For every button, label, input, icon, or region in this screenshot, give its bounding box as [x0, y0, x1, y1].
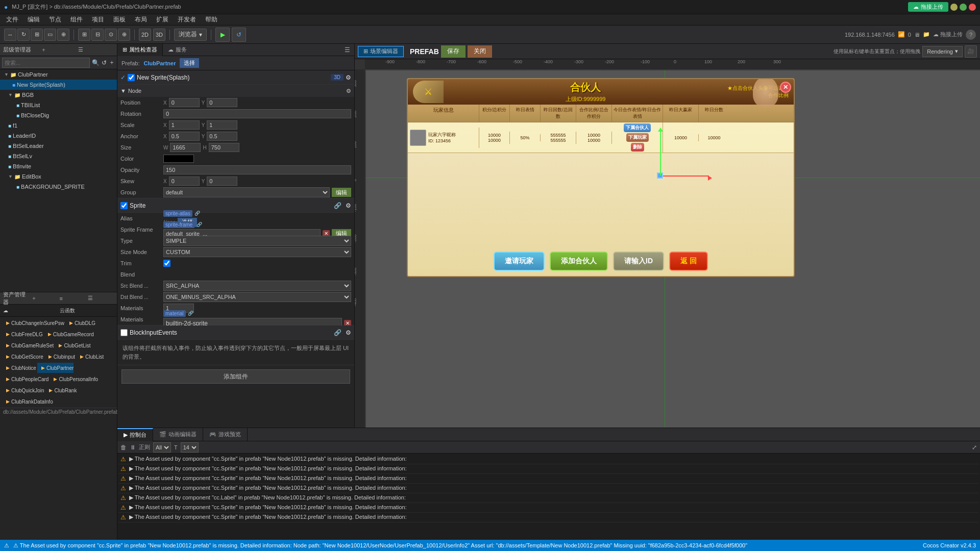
- menu-project[interactable]: 项目: [88, 14, 108, 25]
- properties-tab[interactable]: ⊞ 属性检查器: [117, 44, 163, 56]
- rotation-input[interactable]: [163, 109, 351, 118]
- tree-node-background-sprite[interactable]: ■ BACKGROUND_SPRITE: [0, 182, 117, 192]
- src-blend-select[interactable]: SRC_ALPHA: [163, 281, 351, 291]
- block-input-enable-checkbox[interactable]: [120, 329, 128, 336]
- tree-node-editbox[interactable]: ▼ 📁 EditBox: [0, 171, 117, 182]
- sub-player-button[interactable]: 下属玩家: [626, 133, 649, 142]
- zoom-btn[interactable]: ⊙: [105, 29, 117, 41]
- hierarchy-search-input[interactable]: [2, 58, 90, 68]
- asset-item-clubinput[interactable]: ▶Clubinput: [44, 352, 75, 362]
- scene-save-button[interactable]: 保存: [441, 45, 465, 58]
- menu-help[interactable]: 帮助: [201, 14, 222, 25]
- sprite-link-icon[interactable]: 🔗: [334, 202, 341, 209]
- console-row-7[interactable]: ⚠ ▶ The Asset used by component "cc.Spri…: [118, 513, 979, 522]
- scale-y-input[interactable]: [207, 120, 237, 130]
- rotate-tool[interactable]: ↻: [17, 29, 30, 41]
- console-row-4[interactable]: ⚠ ▶ The Asset used by component "cc.Spri…: [118, 484, 979, 493]
- node-settings-icon[interactable]: ⚙: [346, 88, 351, 94]
- scene-close-button[interactable]: 关闭: [468, 45, 492, 58]
- cloud-upload-btn[interactable]: ☁ 拖接上传: [908, 2, 948, 12]
- menu-panel[interactable]: 面板: [109, 14, 130, 25]
- asset-add-icon[interactable]: ＋: [31, 294, 57, 302]
- grid-btn[interactable]: ⊟: [91, 29, 104, 41]
- asset-item-clubchangeinsurepsw[interactable]: ▶ClubChangeInSurePsw: [2, 318, 64, 328]
- tree-node-leaderid[interactable]: ■ LeaderID: [0, 131, 117, 141]
- console-row-1[interactable]: ⚠ ▶ The Asset used by component "cc.Spri…: [118, 455, 979, 464]
- scale-tool[interactable]: ⊞: [31, 29, 43, 41]
- type-select[interactable]: SIMPLE: [163, 236, 351, 246]
- anchor-tool[interactable]: ⊕: [57, 29, 69, 41]
- tree-node-new-sprite[interactable]: ■ New Sprite(Splash): [0, 80, 117, 90]
- asset-item-clubgetscore[interactable]: ▶ClubGetScore: [2, 352, 43, 362]
- console-tab[interactable]: ▶ 控制台: [117, 428, 153, 441]
- clear-icon[interactable]: 🗑: [120, 444, 127, 451]
- return-button[interactable]: 返 回: [669, 252, 708, 271]
- menu-component[interactable]: 组件: [66, 14, 87, 25]
- rendering-button[interactable]: Rendering ▾: [922, 46, 963, 57]
- move-tool[interactable]: ↔: [4, 29, 16, 41]
- size-h-input[interactable]: [209, 143, 239, 152]
- tree-node-btselleader[interactable]: ■ BtSelLeader: [0, 141, 117, 151]
- component-enable-checkbox[interactable]: [128, 74, 135, 81]
- sprite-settings-icon[interactable]: ⚙: [346, 202, 351, 209]
- asset-item-clubpersonalinfo[interactable]: ▶ClubPersonalInfo: [50, 374, 98, 384]
- asset-item-clubnotice[interactable]: ▶ClubNotice: [2, 363, 36, 373]
- properties-menu-icon[interactable]: ☰: [345, 46, 354, 54]
- component-settings-icon[interactable]: ⚙: [346, 74, 351, 81]
- asset-item-clubgetlist[interactable]: ▶ClubGetList: [55, 340, 90, 350]
- asset-item-clubquickjoin[interactable]: ▶ClubQuickJoin: [2, 385, 44, 395]
- tree-node-btsellv[interactable]: ■ BtSelLv: [0, 151, 117, 161]
- skew-y-input[interactable]: [207, 177, 237, 186]
- console-row-3[interactable]: ⚠ ▶ The Asset used by component "cc.Spri…: [118, 474, 979, 484]
- group-edit-button[interactable]: 编辑: [332, 188, 351, 197]
- sub-partner-button[interactable]: 下属合伙人: [624, 123, 651, 132]
- delete-button[interactable]: 删除: [631, 143, 644, 152]
- tree-node-clubpartner[interactable]: ▼ 📁 ClubPartner: [0, 69, 117, 80]
- expand-icon[interactable]: ⤢: [972, 444, 977, 451]
- minimize-button[interactable]: [950, 4, 958, 11]
- asset-item-clubgameruleset[interactable]: ▶ClubGameRuleSet: [2, 340, 54, 350]
- console-row-5[interactable]: ⚠ ▶ The Asset used by component "cc.Labe…: [118, 493, 979, 503]
- add-partner-button[interactable]: 添加合伙人: [550, 252, 608, 271]
- asset-sort-icon[interactable]: ≡: [60, 295, 86, 302]
- pause-icon[interactable]: ⏸: [130, 444, 136, 451]
- eye-btn[interactable]: ⊕: [118, 29, 130, 41]
- group-select[interactable]: default: [163, 187, 330, 197]
- asset-item-clublist[interactable]: ▶ClubList: [76, 352, 104, 362]
- cloud-btn-toolbar[interactable]: ☁ 拖接上传: [933, 31, 963, 38]
- browser-selector[interactable]: 浏览器 ▾: [174, 29, 207, 41]
- 2d-btn[interactable]: 2D: [139, 29, 151, 41]
- font-size-select[interactable]: 14: [181, 442, 199, 453]
- scene-canvas[interactable]: -900 -800 -700 -600 -500 -400 -300 -200 …: [355, 59, 980, 428]
- dst-blend-select[interactable]: ONE_MINUS_SRC_ALPHA: [163, 292, 351, 302]
- invite-player-button[interactable]: 邀请玩家: [494, 252, 545, 271]
- enter-id-button[interactable]: 请输入ID: [613, 252, 664, 271]
- menu-developer[interactable]: 开发者: [174, 14, 200, 25]
- menu-file[interactable]: 文件: [2, 14, 22, 25]
- size-w-input[interactable]: [170, 143, 201, 152]
- prefab-select-button[interactable]: 选择: [180, 58, 199, 68]
- menu-node[interactable]: 节点: [45, 14, 65, 25]
- rect-tool[interactable]: ▭: [44, 29, 56, 41]
- game-preview-tab[interactable]: 🎮 游戏预览: [203, 428, 248, 441]
- tree-node-btinvite[interactable]: ■ Btlnvite: [0, 161, 117, 171]
- block-input-link-icon[interactable]: 🔗: [334, 329, 341, 336]
- refresh-icon[interactable]: ↺: [102, 59, 107, 66]
- snap-btn[interactable]: ⊞: [78, 29, 90, 41]
- log-level-select[interactable]: All: [153, 442, 171, 453]
- tree-node-bgb[interactable]: ▼ 📁 BGB: [0, 90, 117, 100]
- menu-extension[interactable]: 扩展: [152, 14, 173, 25]
- close-window-button[interactable]: [969, 4, 976, 11]
- scale-x-input[interactable]: [169, 120, 200, 130]
- asset-item-clubpartner[interactable]: ▶ClubPartner: [37, 363, 74, 373]
- hierarchy-add-icon[interactable]: ＋: [41, 46, 77, 54]
- anchor-x-input[interactable]: [169, 132, 200, 141]
- asset-item-clubrankdatainfo[interactable]: ▶ClubRankDataInfo: [2, 396, 53, 407]
- play-button[interactable]: ▶: [215, 28, 230, 42]
- anchor-y-input[interactable]: [207, 132, 237, 141]
- position-x-input[interactable]: [169, 98, 200, 107]
- size-mode-select[interactable]: CUSTOM: [163, 247, 351, 257]
- opacity-input[interactable]: [163, 165, 351, 174]
- console-row-2[interactable]: ⚠ ▶ The Asset used by component "cc.Spri…: [118, 464, 979, 474]
- block-input-settings-icon[interactable]: ⚙: [346, 329, 351, 336]
